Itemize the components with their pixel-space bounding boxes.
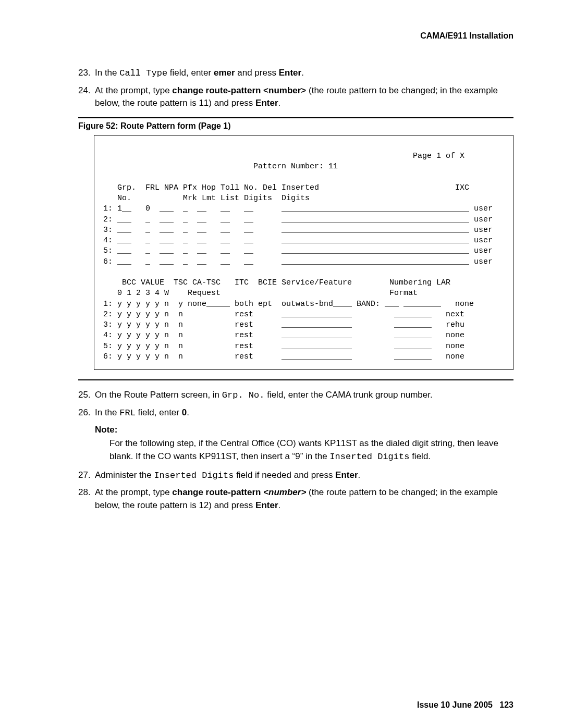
step-text: In the Call Type field, enter emer and p…: [95, 68, 304, 78]
page-footer: Issue 10 June 2005 123: [417, 700, 513, 710]
step-text: On the Route Pattern screen, in Grp. No.…: [95, 390, 433, 400]
note-heading: Note:: [95, 425, 513, 435]
step-25: 25. On the Route Pattern screen, in Grp.…: [78, 389, 513, 402]
terminal-screen: Page 1 of X Pattern Number: 11 Grp. FRL …: [94, 135, 513, 370]
screen-line: 6: y y y y y n n rest _______________ __…: [99, 352, 464, 361]
screen-line: 2: y y y y y n n rest _______________ __…: [99, 310, 464, 319]
screen-line: 1: y y y y y n y none_____ both ept outw…: [99, 300, 474, 309]
step-text: Administer the Inserted Digits field if …: [95, 470, 360, 480]
footer-issue: Issue 10 June 2005: [417, 700, 493, 709]
step-number: 26.: [78, 406, 91, 419]
step-28: 28. At the prompt, type change route-pat…: [78, 486, 513, 512]
steps-block-a: 23. In the Call Type field, enter emer a…: [78, 67, 513, 110]
step-27: 27. Administer the Inserted Digits field…: [78, 469, 513, 483]
screen-line: 5: ___ _ ___ _ __ __ __ ________________…: [99, 246, 493, 255]
step-text: At the prompt, type change route-pattern…: [95, 487, 498, 510]
screen-line: Grp. FRL NPA Pfx Hop Toll No. Del Insert…: [99, 183, 469, 192]
note-body: For the following step, if the Central O…: [109, 437, 513, 463]
screen-line: Page 1 of X: [99, 152, 464, 161]
screen-line: 0 1 2 3 4 W Request Format: [99, 289, 418, 298]
rule-top: [78, 117, 513, 118]
step-number: 28.: [78, 486, 91, 499]
screen-line: No. Mrk Lmt List Digits Digits: [99, 194, 310, 203]
step-24: 24. At the prompt, type change route-pat…: [78, 84, 513, 110]
screen-line: 2: ___ _ ___ _ __ __ __ ________________…: [99, 215, 493, 224]
figure-caption: Figure 52: Route Pattern form (Page 1): [78, 121, 513, 131]
step-number: 23.: [78, 67, 91, 80]
step-number: 25.: [78, 389, 91, 402]
screen-line: 3: y y y y y n n rest _______________ __…: [99, 320, 464, 329]
screen-line: 4: y y y y y n n rest _______________ __…: [99, 331, 464, 340]
page: CAMA/E911 Installation 23. In the Call T…: [0, 0, 563, 728]
step-text: At the prompt, type change route-pattern…: [95, 85, 498, 108]
steps-block-c: 27. Administer the Inserted Digits field…: [78, 469, 513, 512]
step-number: 27.: [78, 469, 91, 482]
screen-line: 4: ___ _ ___ _ __ __ __ ________________…: [99, 236, 493, 245]
steps-block-b: 25. On the Route Pattern screen, in Grp.…: [78, 389, 513, 419]
step-26: 26. In the FRL field, enter 0.: [78, 406, 513, 420]
footer-page: 123: [499, 700, 513, 709]
screen-line: BCC VALUE TSC CA-TSC ITC BCIE Service/Fe…: [99, 278, 450, 287]
step-23: 23. In the Call Type field, enter emer a…: [78, 67, 513, 80]
screen-line: 5: y y y y y n n rest _______________ __…: [99, 342, 464, 351]
header-title: CAMA/E911 Installation: [78, 31, 513, 41]
rule-bottom: [78, 379, 513, 380]
step-number: 24.: [78, 84, 91, 97]
screen-line: 6: ___ _ ___ _ __ __ __ ________________…: [99, 257, 493, 266]
screen-line: 3: ___ _ ___ _ __ __ __ ________________…: [99, 226, 493, 235]
screen-line: 1: 1__ 0 ___ _ __ __ __ ________________…: [99, 204, 493, 213]
screen-line: Pattern Number: 11: [99, 162, 338, 171]
step-text: In the FRL field, enter 0.: [95, 408, 189, 417]
